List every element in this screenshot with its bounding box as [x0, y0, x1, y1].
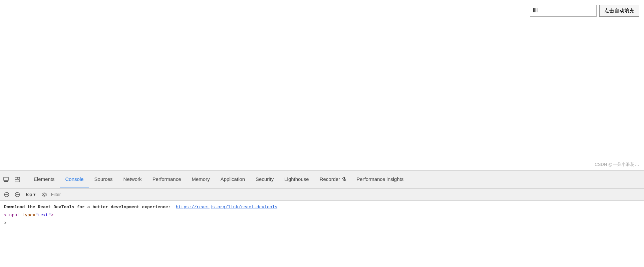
svg-rect-2: [15, 177, 18, 179]
no-entry-icon[interactable]: [13, 191, 21, 199]
autofill-button[interactable]: 点击自动填充: [599, 5, 639, 17]
text-input[interactable]: [530, 5, 597, 17]
devtools-panel: Elements Console Sources Network Perform…: [0, 170, 644, 267]
console-input-line: >: [4, 219, 640, 227]
watermark: CSDN @一朵小浪花儿: [595, 162, 639, 168]
tab-sources[interactable]: Sources: [89, 171, 118, 188]
dock-icon[interactable]: [1, 175, 11, 184]
tab-recorder[interactable]: Recorder ⚗: [314, 171, 351, 188]
tab-lighthouse[interactable]: Lighthouse: [279, 171, 314, 188]
main-content: 点击自动填充 CSDN @一朵小浪花儿: [0, 0, 644, 170]
svg-rect-0: [4, 177, 8, 181]
tab-security[interactable]: Security: [250, 171, 279, 188]
svg-rect-3: [15, 180, 20, 182]
console-output-line: <input type="text">: [4, 211, 640, 219]
tab-memory[interactable]: Memory: [187, 171, 215, 188]
tab-elements[interactable]: Elements: [28, 171, 60, 188]
react-devtools-link[interactable]: https://reactjs.org/link/react-devtools: [176, 205, 277, 210]
svg-rect-4: [18, 177, 20, 179]
svg-point-9: [44, 194, 45, 195]
devtools-icon-group: [1, 171, 25, 188]
tab-performance-insights[interactable]: Performance insights: [351, 171, 409, 188]
tab-console[interactable]: Console: [60, 171, 89, 188]
eye-icon[interactable]: [40, 191, 48, 199]
input-area: 点击自动填充: [530, 5, 639, 17]
clear-console-icon[interactable]: [3, 191, 11, 199]
inspect-icon[interactable]: [13, 175, 22, 184]
react-devtools-message: Download the React DevTools for a better…: [4, 203, 640, 211]
console-toolbar: top ▾: [0, 189, 644, 201]
svg-rect-1: [4, 181, 8, 182]
console-content: Download the React DevTools for a better…: [0, 201, 644, 267]
context-dropdown[interactable]: top ▾: [24, 191, 38, 198]
tab-network[interactable]: Network: [118, 171, 147, 188]
console-filter-input[interactable]: [51, 191, 641, 199]
tab-application[interactable]: Application: [215, 171, 250, 188]
tab-performance[interactable]: Performance: [147, 171, 187, 188]
devtools-tabbar: Elements Console Sources Network Perform…: [0, 171, 644, 189]
